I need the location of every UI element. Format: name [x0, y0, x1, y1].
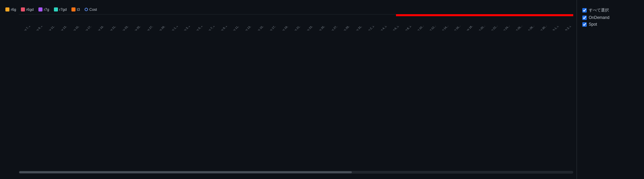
x-axis-label: Jan 2, 2025... — [366, 26, 376, 30]
chart-area: $118.92$211.68$269.63$11.35$114...$66...… — [19, 14, 573, 15]
x-axis-label: Dec 7, 2024... — [206, 26, 216, 30]
legend-label-r6g: r6g — [11, 7, 16, 11]
x-axis-label: Jan 30, 202... — [538, 26, 548, 30]
cost-dot — [49, 14, 51, 16]
x-axis-label: Dec 23, 202... — [304, 26, 315, 30]
x-axis-label: Dec 5, 2024... — [194, 26, 204, 30]
x-axis-label: Dec 15, 202... — [255, 26, 266, 30]
x-axis-label: Jan 10, 202... — [415, 26, 425, 30]
checkbox-label-spot: Spot — [589, 22, 597, 27]
x-axis-label: Dec 9, 2024... — [218, 26, 229, 30]
x-axis-label: Nov 29, 202... — [157, 26, 167, 30]
x-axis-label: Nov 9, 2024... — [34, 26, 44, 30]
x-axis-label: Dec 13, 202... — [243, 26, 253, 30]
x-axis-label: Nov 7, 2024... — [22, 26, 32, 30]
legend-dot-r7g — [38, 7, 42, 11]
legend-item-r6gd: r6gd — [21, 7, 34, 11]
cost-line-svg — [19, 14, 120, 65]
x-axis-label: Nov 23, 202... — [120, 26, 130, 30]
x-axis-label: Dec 25, 202... — [316, 26, 327, 30]
x-axis-label: Jan 16, 202... — [452, 26, 462, 30]
x-axis-label: Dec 29, 202... — [341, 26, 351, 30]
x-axis-label: Dec 19, 202... — [280, 26, 290, 30]
checkbox-all[interactable] — [582, 8, 587, 12]
legend-item-r7gd: r7gd — [54, 7, 67, 11]
x-axis-label: Dec 31, 202... — [354, 26, 364, 30]
checkbox-item-all[interactable]: すべて選択 — [582, 7, 639, 13]
x-axis-label: Nov 25, 202... — [132, 26, 143, 30]
legend-label-cost: Cost — [89, 7, 97, 11]
x-axis-label: Dec 17, 202... — [268, 26, 278, 30]
x-axis-label: Dec 21, 202... — [292, 26, 303, 30]
x-axis-label: Nov 19, 202... — [95, 26, 106, 30]
scrollbar-thumb[interactable] — [19, 171, 352, 173]
checkbox-list: すべて選択OnDemandSpot — [582, 7, 639, 27]
legend-item-r6g: r6g — [5, 7, 16, 11]
x-axis-label: Nov 21, 202... — [108, 26, 118, 30]
x-axis-label: Jan 14, 202... — [439, 26, 450, 30]
legend-label-t3: t3 — [77, 7, 80, 11]
legend-dot-cost — [85, 8, 88, 11]
x-axis-label: Jan 24, 202... — [501, 26, 511, 30]
x-axis-label: Jan 8, 2025... — [403, 26, 413, 30]
legend-dot-r7gd — [54, 7, 58, 11]
x-axis-label: Jan 28, 202... — [525, 26, 536, 30]
x-axis-label: Jan 22, 202... — [489, 26, 499, 30]
x-axis-label: Feb 3, 202... — [562, 26, 573, 30]
scrollbar-track[interactable] — [19, 171, 573, 174]
x-axis-label: Nov 17, 202... — [83, 26, 94, 30]
x-axis-label: Jan 6, 2025... — [390, 26, 401, 30]
x-axis-label: Jan 18... — [464, 26, 474, 30]
legend: r6gr6gdr7gr7gdt3Cost — [5, 7, 573, 11]
x-axis-label: Dec 3, 2024... — [181, 26, 192, 30]
legend-dot-r6gd — [21, 7, 25, 11]
legend-item-t3: t3 — [71, 7, 80, 11]
checkbox-label-ondemand: OnDemand — [589, 15, 609, 20]
legend-label-r7gd: r7gd — [59, 7, 67, 11]
checkbox-item-spot[interactable]: Spot — [582, 22, 639, 27]
checkbox-label-all: すべて選択 — [589, 7, 609, 13]
legend-item-cost: Cost — [85, 7, 97, 11]
legend-label-r6gd: r6gd — [26, 7, 34, 11]
checkbox-item-ondemand[interactable]: OnDemand — [582, 15, 639, 20]
chart-container: r6gr6gdr7gr7gdt3Cost $1K$800$600$400$200… — [0, 0, 577, 179]
x-axis-label: Nov 27, 202... — [145, 26, 155, 30]
sidebar: すべて選択OnDemandSpot — [577, 0, 644, 179]
legend-item-r7g: r7g — [38, 7, 49, 11]
checkbox-spot[interactable] — [582, 22, 587, 27]
x-axis: Nov 7, 2024...Nov 9, 2024...Nov 11, 202.… — [19, 26, 573, 30]
highlight-box — [396, 14, 573, 16]
legend-label-r7g: r7g — [44, 7, 49, 11]
checkbox-ondemand[interactable] — [582, 16, 587, 20]
x-axis-label: Nov 13, 202... — [59, 26, 69, 30]
x-axis-label: Jan 4, 2025... — [378, 26, 389, 30]
x-axis-label: Jan 26, 202... — [513, 26, 524, 30]
x-axis-label: Dec 11, 202... — [231, 26, 241, 30]
x-axis-label: Jan 20, 202... — [477, 26, 487, 30]
legend-dot-t3 — [71, 7, 75, 11]
cost-dot — [73, 14, 75, 16]
x-axis-label: Jan 12, 202... — [427, 26, 438, 30]
x-axis-label: Nov 15, 202... — [71, 26, 81, 30]
x-axis-label: Dec 27, 202... — [329, 26, 339, 30]
x-axis-label: Feb 1, 202... — [550, 26, 560, 30]
legend-dot-r6g — [5, 7, 9, 11]
x-axis-label: Nov 11, 202... — [46, 26, 57, 30]
x-axis-label: Dec 1, 2024... — [169, 26, 180, 30]
